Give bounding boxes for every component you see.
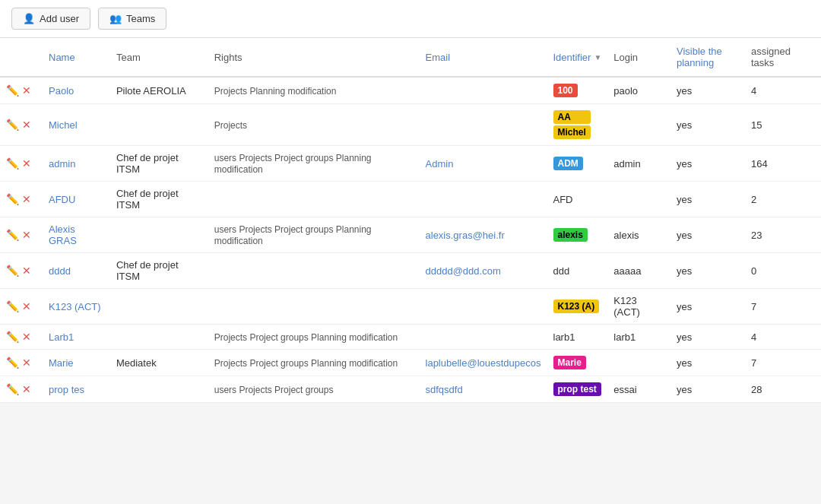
cell-identifier: K123 (A) (547, 289, 608, 325)
edit-icon[interactable]: ✏️ (6, 193, 19, 205)
cell-login (607, 350, 670, 376)
edit-icon[interactable]: ✏️ (6, 331, 19, 343)
delete-icon[interactable]: ✕ (22, 157, 31, 170)
cell-actions: ✏️ ✕ (0, 253, 43, 289)
table-row: ✏️ ✕ prop tesusers Projects Project grou… (0, 376, 821, 403)
cell-email (420, 325, 547, 350)
cell-team: Mediatek (110, 350, 208, 376)
identifier-sort-icon: ▼ (594, 53, 601, 62)
cell-team: Pilote AEROLIA (110, 77, 208, 104)
main-content: Name Team Rights Email Identifier ▼ (0, 38, 821, 403)
add-user-label: Add user (40, 13, 79, 24)
table-row: ✏️ ✕ AFDUChef de projet ITSMAFDyes2 (0, 182, 821, 217)
edit-icon[interactable]: ✏️ (6, 300, 19, 312)
teams-button[interactable]: 👥 Teams (98, 8, 166, 30)
cell-rights: users Projects Project groups Planning m… (208, 217, 420, 253)
cell-rights (208, 182, 420, 217)
cell-name: K123 (ACT) (43, 289, 110, 325)
edit-icon[interactable]: ✏️ (6, 357, 19, 369)
cell-login: K123 (ACT) (607, 289, 670, 325)
cell-email (420, 104, 547, 146)
identifier-badge: alexis (553, 228, 588, 242)
edit-icon[interactable]: ✏️ (6, 157, 19, 170)
th-name[interactable]: Name (43, 38, 110, 77)
cell-actions: ✏️ ✕ (0, 104, 43, 146)
cell-identifier: AAMichel (547, 104, 608, 146)
cell-identifier: ADM (547, 146, 608, 182)
cell-name: AFDU (43, 182, 110, 217)
identifier-badge: ADM (553, 157, 583, 170)
identifier-badge: K123 (A) (553, 300, 600, 313)
cell-tasks: 4 (745, 325, 821, 350)
cell-rights: users Projects Project groups Planning m… (208, 146, 420, 182)
cell-email: alexis.gras@hei.fr (420, 217, 547, 253)
cell-name: Larb1 (43, 325, 110, 350)
cell-rights: Projects (208, 104, 420, 146)
cell-login (607, 104, 670, 146)
th-login: Login (607, 38, 670, 77)
edit-icon[interactable]: ✏️ (6, 265, 19, 277)
th-assigned-tasks: assigned tasks (745, 38, 821, 77)
cell-team: Chef de projet ITSM (110, 182, 208, 217)
cell-actions: ✏️ ✕ (0, 350, 43, 376)
user-table: Name Team Rights Email Identifier ▼ (0, 38, 821, 403)
cell-team (110, 289, 208, 325)
table-header-row: Name Team Rights Email Identifier ▼ (0, 38, 821, 77)
cell-visible: yes (670, 77, 745, 104)
cell-team (110, 104, 208, 146)
edit-icon[interactable]: ✏️ (6, 229, 19, 241)
delete-icon[interactable]: ✕ (22, 331, 31, 343)
table-row: ✏️ ✕ Larb1Projects Project groups Planni… (0, 325, 821, 350)
edit-icon[interactable]: ✏️ (6, 84, 19, 97)
identifier-badge: prop test (553, 382, 601, 396)
table-row: ✏️ ✕ MarieMediatekProjects Project group… (0, 350, 821, 376)
delete-icon[interactable]: ✕ (22, 229, 31, 241)
delete-icon[interactable]: ✕ (22, 119, 31, 131)
table-row: ✏️ ✕ PaoloPilote AEROLIAProjects Plannin… (0, 77, 821, 104)
cell-visible: yes (670, 289, 745, 325)
delete-icon[interactable]: ✕ (22, 193, 31, 205)
cell-identifier: alexis (547, 217, 608, 253)
cell-email: ddddd@ddd.com (420, 253, 547, 289)
cell-name: Alexis GRAS (43, 217, 110, 253)
cell-visible: yes (670, 253, 745, 289)
cell-rights (208, 289, 420, 325)
delete-icon[interactable]: ✕ (22, 84, 31, 97)
cell-tasks: 0 (745, 253, 821, 289)
delete-icon[interactable]: ✕ (22, 300, 31, 312)
add-user-icon: 👤 (23, 13, 35, 24)
cell-email (420, 77, 547, 104)
teams-icon: 👥 (109, 13, 122, 24)
delete-icon[interactable]: ✕ (22, 357, 31, 369)
cell-name: prop tes (43, 376, 110, 403)
cell-login: paolo (607, 77, 670, 104)
table-row: ✏️ ✕ ddddChef de projet ITSMddddd@ddd.co… (0, 253, 821, 289)
toolbar: 👤 Add user 👥 Teams (0, 0, 821, 38)
identifier-badge: Marie (553, 356, 586, 369)
cell-identifier: prop test (547, 376, 608, 403)
cell-actions: ✏️ ✕ (0, 289, 43, 325)
edit-icon[interactable]: ✏️ (6, 119, 19, 131)
cell-visible: yes (670, 104, 745, 146)
th-email[interactable]: Email (420, 38, 547, 77)
cell-actions: ✏️ ✕ (0, 182, 43, 217)
cell-login (607, 182, 670, 217)
delete-icon[interactable]: ✕ (22, 383, 31, 395)
cell-team (110, 325, 208, 350)
cell-email: Admin (420, 146, 547, 182)
cell-rights: Projects Project groups Planning modific… (208, 350, 420, 376)
cell-tasks: 164 (745, 146, 821, 182)
th-visible-planning[interactable]: Visible the planning (670, 38, 745, 77)
cell-login: alexis (607, 217, 670, 253)
edit-icon[interactable]: ✏️ (6, 383, 19, 395)
cell-name: Michel (43, 104, 110, 146)
teams-label: Teams (126, 13, 155, 24)
cell-login: essai (607, 376, 670, 403)
th-identifier[interactable]: Identifier ▼ (547, 38, 608, 77)
add-user-button[interactable]: 👤 Add user (11, 8, 90, 30)
cell-login: larb1 (607, 325, 670, 350)
identifier-badge: 100 (553, 84, 578, 97)
cell-actions: ✏️ ✕ (0, 146, 43, 182)
delete-icon[interactable]: ✕ (22, 265, 31, 277)
cell-actions: ✏️ ✕ (0, 77, 43, 104)
